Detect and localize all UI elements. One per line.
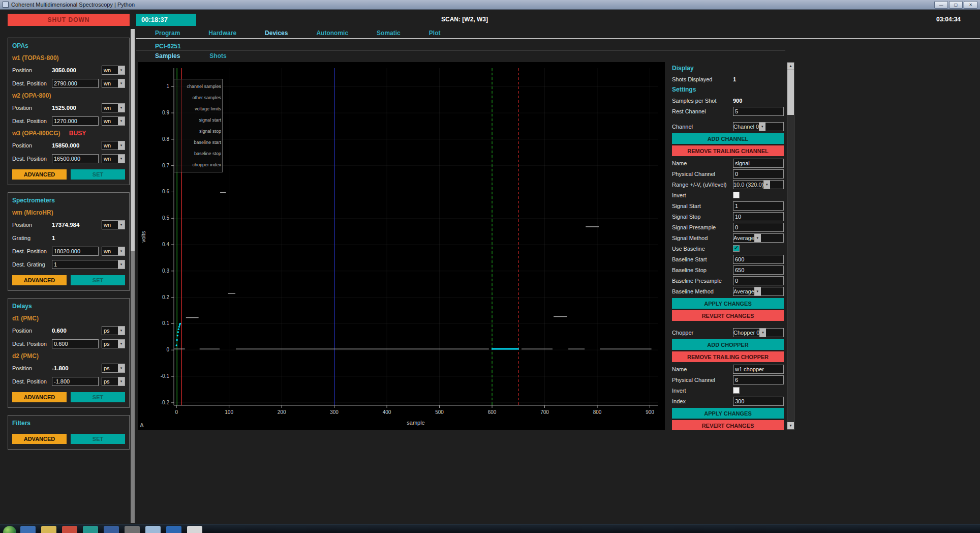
- signal-start-row: Signal Start: [672, 200, 784, 211]
- dest-grating-dropdown[interactable]: 1 ▼: [52, 260, 125, 269]
- channel-name-input[interactable]: [733, 159, 784, 168]
- d2-dest-units-dropdown[interactable]: ps ▼: [102, 377, 125, 386]
- revert-channel-changes-button[interactable]: REVERT CHANGES: [672, 310, 784, 321]
- add-chopper-button[interactable]: ADD CHOPPER: [672, 339, 784, 350]
- apply-chopper-changes-button[interactable]: APPLY CHANGES: [672, 408, 784, 419]
- remove-trailing-channel-button[interactable]: REMOVE TRAILING CHANNEL: [672, 145, 784, 156]
- grating-value: 1: [52, 235, 99, 241]
- remove-trailing-chopper-button[interactable]: REMOVE TRAILING CHOPPER: [672, 351, 784, 362]
- scroll-down-button[interactable]: ▼: [787, 422, 794, 429]
- w1-units-dropdown[interactable]: wn ▼: [102, 66, 125, 75]
- baseline-method-dropdown[interactable]: Average ▼: [733, 287, 784, 296]
- taskbar-icon[interactable]: [20, 526, 36, 533]
- wm-units-dropdown[interactable]: wn ▼: [102, 220, 125, 229]
- w2-position-value: 1525.000: [52, 105, 99, 111]
- chopper-dropdown[interactable]: Chopper 0 ▼: [733, 328, 784, 337]
- use-baseline-checkbox[interactable]: [733, 245, 740, 252]
- plot-legend: channel samplesother samplesvoltage limi…: [174, 79, 223, 172]
- w2-dest-position-input[interactable]: [52, 116, 99, 126]
- scroll-up-button[interactable]: ▲: [787, 63, 794, 70]
- taskbar-icon[interactable]: [62, 526, 77, 533]
- tab-hardware[interactable]: Hardware: [208, 29, 236, 37]
- w1-dest-units-dropdown[interactable]: wn ▼: [102, 79, 125, 88]
- panel-scrollbar[interactable]: ▲ ▼: [787, 62, 794, 430]
- baseline-presample-input[interactable]: [733, 276, 784, 285]
- delays-set-button[interactable]: SET: [71, 392, 125, 402]
- wm-dest-units-dropdown[interactable]: wn ▼: [102, 247, 125, 256]
- opas-advanced-button[interactable]: ADVANCED: [12, 169, 67, 180]
- d1-units-dropdown[interactable]: ps ▼: [102, 326, 125, 335]
- chopper-physical-channel-input[interactable]: [733, 375, 784, 384]
- physical-channel-row: Physical Channel: [672, 168, 784, 179]
- sidebar-scrollbar[interactable]: [131, 29, 135, 523]
- signal-method-dropdown[interactable]: Average ▼: [733, 233, 784, 243]
- autoscale-button[interactable]: A: [140, 422, 144, 428]
- w2-units-dropdown[interactable]: wn ▼: [102, 103, 125, 112]
- range-row: Range +/-V, (uV/level) 10.0 (320.0) ▼: [672, 179, 784, 190]
- tab-somatic[interactable]: Somatic: [377, 29, 401, 37]
- baseline-stop-input[interactable]: [733, 265, 784, 275]
- taskbar-icon[interactable]: [187, 526, 202, 533]
- range-dropdown[interactable]: 10.0 (320.0) ▼: [733, 180, 784, 189]
- chevron-down-icon: ▼: [118, 364, 125, 372]
- baseline-start-input[interactable]: [733, 255, 784, 264]
- chopper-index-input[interactable]: [733, 397, 784, 406]
- wm-dest-position-input[interactable]: [52, 247, 99, 256]
- hardware-sidebar: OPAs w1 (TOPAS-800) Position 3050.000 wn…: [8, 38, 130, 450]
- w3-dest-position-input[interactable]: [52, 154, 99, 163]
- spectrometers-advanced-button[interactable]: ADVANCED: [12, 275, 67, 285]
- maximize-button[interactable]: ▢: [949, 1, 963, 9]
- baseline-presample-row: Baseline Presample: [672, 275, 784, 286]
- sidebar-scroll-thumb[interactable]: [131, 29, 135, 251]
- shutdown-button[interactable]: SHUT DOWN: [8, 14, 130, 26]
- taskbar-icon[interactable]: [104, 526, 119, 533]
- y-tick-label: 0.8: [162, 136, 169, 142]
- d2-position-value: -1.800: [52, 365, 99, 371]
- signal-presample-input[interactable]: [733, 223, 784, 232]
- d2-dest-position-input[interactable]: [52, 377, 99, 386]
- invert-checkbox[interactable]: [733, 192, 740, 198]
- w1-dest-position-input[interactable]: [52, 79, 99, 88]
- taskbar-icon[interactable]: [41, 526, 56, 533]
- channel-dropdown[interactable]: Channel 0 ▼: [733, 122, 784, 131]
- rest-channel-input[interactable]: [733, 107, 784, 116]
- tab-shots[interactable]: Shots: [209, 52, 226, 61]
- chopper-name-input[interactable]: [733, 365, 784, 374]
- taskbar-icon[interactable]: [166, 526, 181, 533]
- physical-channel-input[interactable]: [733, 169, 784, 179]
- dest-grating-row: Dest. Grating 1 ▼: [12, 258, 125, 271]
- taskbar-icon[interactable]: [125, 526, 140, 533]
- start-button[interactable]: [3, 526, 16, 533]
- apply-channel-changes-button[interactable]: APPLY CHANGES: [672, 298, 784, 309]
- add-channel-button[interactable]: ADD CHANNEL: [672, 133, 784, 144]
- filters-advanced-button[interactable]: ADVANCED: [12, 434, 67, 444]
- d1-dest-units-dropdown[interactable]: ps ▼: [102, 339, 125, 348]
- tab-plot[interactable]: Plot: [429, 29, 441, 37]
- position-label: Position: [12, 328, 52, 334]
- dest-position-label: Dest. Position: [12, 341, 52, 347]
- d1-dest-position-input[interactable]: [52, 339, 99, 348]
- chevron-down-icon: ▼: [118, 377, 125, 386]
- scroll-thumb[interactable]: [787, 70, 794, 115]
- chopper-invert-checkbox[interactable]: [733, 387, 740, 394]
- tab-devices[interactable]: Devices: [265, 29, 288, 37]
- taskbar-icon[interactable]: [83, 526, 98, 533]
- close-button[interactable]: ✕: [964, 1, 977, 9]
- chevron-down-icon: ▼: [118, 247, 125, 255]
- delays-advanced-button[interactable]: ADVANCED: [12, 392, 67, 402]
- w2-dest-units-dropdown[interactable]: wn ▼: [102, 116, 125, 126]
- signal-stop-input[interactable]: [733, 212, 784, 221]
- taskbar-icon[interactable]: [145, 526, 161, 533]
- filters-set-button[interactable]: SET: [71, 434, 125, 444]
- d2-units-dropdown[interactable]: ps ▼: [102, 364, 125, 373]
- y-tick-label: 0: [166, 347, 169, 352]
- position-label: Position: [12, 142, 52, 149]
- minimize-button[interactable]: —: [934, 1, 948, 9]
- tab-autonomic[interactable]: Autonomic: [316, 29, 348, 37]
- w3-units-dropdown[interactable]: wn ▼: [102, 141, 125, 150]
- signal-start-input[interactable]: [733, 201, 784, 211]
- revert-chopper-changes-button[interactable]: REVERT CHANGES: [672, 420, 784, 430]
- opas-set-button[interactable]: SET: [71, 169, 125, 180]
- w3-dest-units-dropdown[interactable]: wn ▼: [102, 154, 125, 163]
- spectrometers-set-button[interactable]: SET: [71, 275, 125, 285]
